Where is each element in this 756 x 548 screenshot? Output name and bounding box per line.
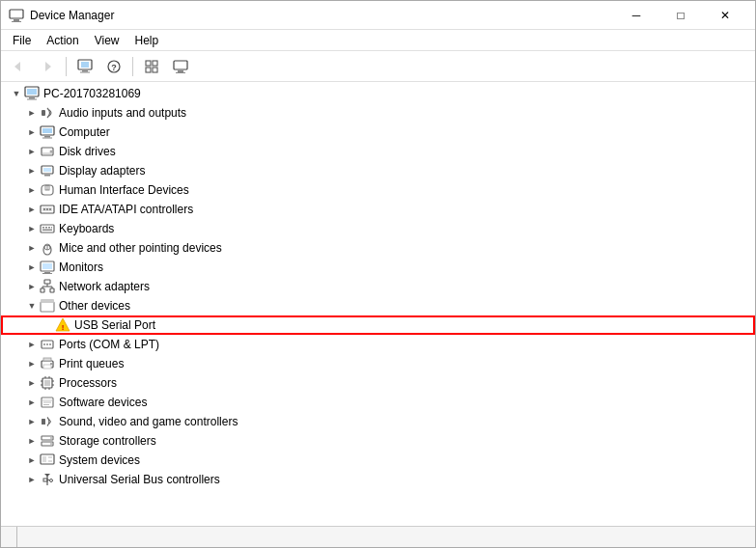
expand-network-icon[interactable]: ► (24, 279, 40, 294)
menu-bar: File Action View Help (1, 30, 755, 51)
menu-view[interactable]: View (87, 32, 127, 49)
tree-usb[interactable]: ► Universal Serial Bus controllers (1, 470, 755, 489)
tree-computer[interactable]: ► Computer (1, 123, 755, 142)
expand-storage-icon[interactable]: ► (24, 433, 40, 449)
proc-label: Processors (59, 376, 117, 390)
menu-help[interactable]: Help (127, 32, 167, 49)
tree-kbd[interactable]: ► Keyboards (1, 219, 755, 238)
kbd-icon (40, 221, 55, 236)
svg-rect-93 (42, 456, 46, 462)
view-grid-button[interactable] (138, 54, 165, 79)
window-controls: ─ □ ✕ (614, 1, 747, 30)
display-icon (40, 163, 55, 178)
expand-usb-icon[interactable]: ► (24, 472, 40, 487)
mice-label: Mice and other pointing devices (59, 241, 222, 255)
svg-rect-71 (43, 365, 51, 369)
device-tree[interactable]: ▼ PC-201703281069 ► (1, 82, 755, 526)
expand-monitors-icon[interactable]: ► (24, 260, 40, 275)
minimize-button[interactable]: ─ (614, 1, 658, 30)
forward-button[interactable] (34, 54, 61, 79)
tree-monitors[interactable]: ► Monitors (1, 258, 755, 277)
tree-network[interactable]: ► Network adapters (1, 277, 755, 296)
svg-rect-8 (80, 71, 90, 72)
expand-system-icon[interactable]: ► (24, 452, 40, 468)
tree-audio[interactable]: ► Audio inputs and outputs (1, 103, 755, 123)
tree-disk[interactable]: ► Disk drives (1, 142, 755, 161)
tree-storage[interactable]: ► Storage controllers (1, 431, 755, 451)
tree-usb-serial[interactable]: ! USB Serial Port (1, 315, 755, 335)
tree-sound[interactable]: ► Sound, video and game controllers (1, 412, 755, 431)
svg-rect-51 (42, 263, 52, 269)
svg-rect-20 (29, 97, 35, 99)
tree-mice[interactable]: ► Mice and other pointing devices (1, 238, 755, 258)
svg-point-72 (50, 363, 52, 365)
tree-ide[interactable]: ► IDE ATA/ATAPI controllers (1, 200, 755, 219)
svg-rect-87 (42, 419, 45, 425)
toolbar-separator-1 (66, 57, 67, 76)
svg-rect-31 (43, 168, 51, 172)
expand-root-icon[interactable]: ▼ (9, 86, 24, 101)
computer-label: Computer (59, 125, 110, 139)
svg-rect-26 (42, 138, 52, 139)
menu-action[interactable]: Action (39, 32, 86, 49)
computer-icon (24, 86, 40, 101)
svg-rect-11 (146, 61, 151, 66)
expand-print-icon[interactable]: ► (24, 356, 40, 371)
svg-rect-19 (27, 89, 37, 95)
svg-rect-95 (48, 460, 52, 462)
storage-icon (40, 433, 55, 449)
expand-display-icon[interactable]: ► (24, 163, 40, 178)
expand-disk-icon[interactable]: ► (24, 144, 40, 159)
menu-file[interactable]: File (5, 32, 39, 49)
tree-software[interactable]: ► Software devices (1, 393, 755, 412)
expand-ports-icon[interactable]: ► (24, 337, 40, 352)
svg-rect-24 (42, 128, 52, 133)
svg-point-28 (50, 151, 53, 153)
svg-rect-44 (48, 227, 50, 229)
tree-proc[interactable]: ► Processors (1, 373, 755, 393)
expand-ide-icon[interactable]: ► (24, 202, 40, 217)
tree-ports[interactable]: ► Ports (COM & LPT) (1, 335, 755, 354)
svg-rect-15 (174, 61, 187, 69)
computer-category-icon (40, 124, 55, 140)
monitor-button[interactable] (167, 54, 194, 79)
other-label: Other devices (59, 299, 130, 313)
close-button[interactable]: ✕ (703, 1, 747, 30)
status-bar (1, 526, 755, 547)
disk-icon (40, 144, 55, 159)
main-content: ▼ PC-201703281069 ► (1, 82, 755, 526)
expand-audio-icon[interactable]: ► (24, 105, 40, 121)
expand-sound-icon[interactable]: ► (24, 414, 40, 429)
expand-other-icon[interactable]: ▼ (24, 298, 40, 314)
help-button[interactable]: ? (100, 54, 127, 79)
tree-hid[interactable]: ► Human Interface Devices (1, 180, 755, 200)
tree-print[interactable]: ► Print queues (1, 354, 755, 373)
svg-point-90 (50, 437, 52, 439)
tree-system[interactable]: ► System devices (1, 451, 755, 470)
svg-rect-74 (44, 380, 50, 386)
expand-hid-icon[interactable]: ► (24, 182, 40, 198)
svg-marker-3 (14, 62, 20, 71)
svg-marker-4 (45, 62, 51, 71)
expand-proc-icon[interactable]: ► (24, 375, 40, 391)
expand-kbd-icon[interactable]: ► (24, 221, 40, 236)
device-manager-window: Device Manager ─ □ ✕ File Action View He… (0, 0, 756, 548)
back-button[interactable] (5, 54, 32, 79)
ide-icon (40, 202, 55, 217)
system-icon (40, 452, 55, 468)
svg-rect-2 (12, 21, 21, 22)
tree-root[interactable]: ▼ PC-201703281069 (1, 84, 755, 103)
maximize-button[interactable]: □ (658, 1, 703, 30)
properties-button[interactable] (71, 54, 98, 79)
expand-mice-icon[interactable]: ► (24, 240, 40, 256)
monitor-icon (40, 260, 55, 275)
svg-rect-70 (43, 358, 51, 361)
network-label: Network adapters (59, 280, 150, 293)
usb-warn-icon: ! (55, 317, 70, 333)
svg-rect-0 (10, 10, 23, 18)
expand-software-icon[interactable]: ► (24, 395, 40, 410)
svg-rect-21 (27, 99, 37, 100)
expand-computer-icon[interactable]: ► (24, 124, 40, 140)
tree-display[interactable]: ► Display adapters (1, 161, 755, 180)
tree-other[interactable]: ▼ Other devices (1, 296, 755, 315)
